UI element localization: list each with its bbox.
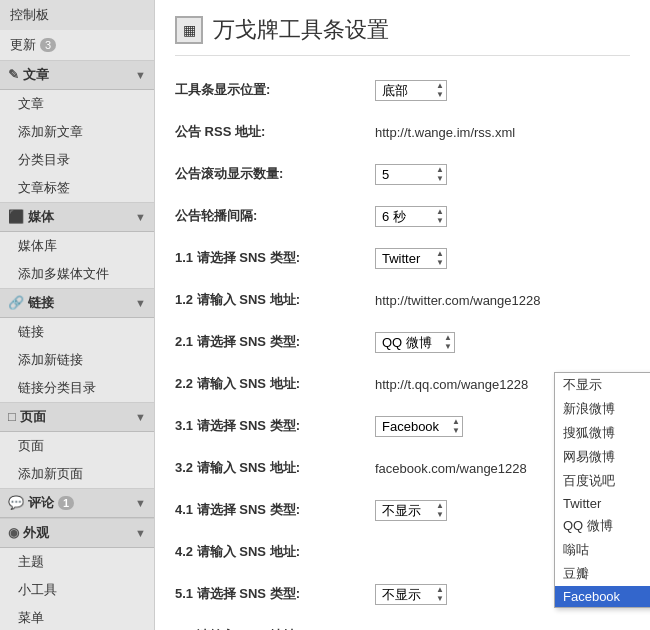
sidebar-item-add-media[interactable]: 添加多媒体文件 bbox=[0, 260, 154, 288]
value-scroll-count: 5 3 10 ▲▼ bbox=[375, 164, 630, 185]
sidebar-item-dashboard[interactable]: 控制板 bbox=[0, 0, 154, 30]
section-arrow-links: ▼ bbox=[135, 297, 146, 309]
select-wrapper-count: 5 3 10 ▲▼ bbox=[375, 164, 447, 185]
sns-3-2-url: facebook.com/wange1228 bbox=[375, 461, 527, 476]
section-header-pages[interactable]: □页面 ▼ bbox=[0, 402, 154, 432]
select-wrapper-sns-3-1: Facebook ▲▼ bbox=[375, 416, 463, 437]
sidebar-item-pages[interactable]: 页面 bbox=[0, 432, 154, 460]
section-title-links: 链接 bbox=[28, 295, 54, 310]
sns-2-2-url: http://t.qq.com/wange1228 bbox=[375, 377, 528, 392]
value-sns-1-2: http://twitter.com/wange1228 bbox=[375, 293, 630, 308]
sidebar-item-add-article[interactable]: 添加新文章 bbox=[0, 118, 154, 146]
sidebar-item-theme[interactable]: 主题 bbox=[0, 548, 154, 576]
title-icon-glyph: ▦ bbox=[183, 22, 196, 38]
value-rss: http://t.wange.im/rss.xml bbox=[375, 125, 630, 140]
form-row-toolbar-position: 工具条显示位置: 底部 顶部 ▲▼ bbox=[175, 76, 630, 104]
label-sns-5-1: 5.1 请选择 SNS 类型: bbox=[175, 585, 375, 603]
sidebar-item-widgets[interactable]: 小工具 bbox=[0, 576, 154, 604]
form-row-sns-1-1: 1.1 请选择 SNS 类型: Twitter ▲▼ bbox=[175, 244, 630, 272]
dropdown-option-sohu[interactable]: 搜狐微博 bbox=[555, 421, 650, 445]
dropdown-option-baidu[interactable]: 百度说吧 bbox=[555, 469, 650, 493]
dropdown-option-facebook[interactable]: Facebook bbox=[555, 586, 650, 607]
section-header-appearance[interactable]: ◉外观 ▼ bbox=[0, 518, 154, 548]
label-sns-1-1: 1.1 请选择 SNS 类型: bbox=[175, 249, 375, 267]
form-row-sns-1-2: 1.2 请输入 SNS 地址: http://twitter.com/wange… bbox=[175, 286, 630, 314]
label-sns-4-2: 4.2 请输入 SNS 地址: bbox=[175, 543, 375, 561]
pages-icon: □ bbox=[8, 409, 16, 424]
main-content: ▦ 万戈牌工具条设置 工具条显示位置: 底部 顶部 ▲▼ 公告 RSS 地址: … bbox=[155, 0, 650, 630]
dropdown-option-wenggu[interactable]: 嗡咕 bbox=[555, 538, 650, 562]
form-row-rss: 公告 RSS 地址: http://t.wange.im/rss.xml bbox=[175, 118, 630, 146]
label-rss: 公告 RSS 地址: bbox=[175, 123, 375, 141]
label-sns-4-1: 4.1 请选择 SNS 类型: bbox=[175, 501, 375, 519]
select-interval[interactable]: 6 秒 3 秒 10 秒 bbox=[376, 207, 446, 226]
dropdown-option-douban[interactable]: 豆瓣 bbox=[555, 562, 650, 586]
dropdown-option-hide[interactable]: 不显示 bbox=[555, 373, 650, 397]
section-arrow-comments: ▼ bbox=[135, 497, 146, 509]
sidebar-item-tags[interactable]: 文章标签 bbox=[0, 174, 154, 202]
article-icon: ✎ bbox=[8, 67, 19, 82]
value-interval: 6 秒 3 秒 10 秒 ▲▼ bbox=[375, 206, 630, 227]
sidebar-item-links[interactable]: 链接 bbox=[0, 318, 154, 346]
select-sns-1-1[interactable]: Twitter bbox=[376, 249, 446, 268]
section-title-appearance: 外观 bbox=[23, 525, 49, 540]
dropdown-option-163[interactable]: 网易微博 bbox=[555, 445, 650, 469]
sidebar-item-link-categories[interactable]: 链接分类目录 bbox=[0, 374, 154, 402]
label-sns-2-2: 2.2 请输入 SNS 地址: bbox=[175, 375, 375, 393]
sidebar: 控制板 更新 3 ✎文章 ▼ 文章 添加新文章 分类目录 文章标签 ⬛媒体 ▼ … bbox=[0, 0, 155, 630]
section-title-articles: 文章 bbox=[23, 67, 49, 82]
media-icon: ⬛ bbox=[8, 209, 24, 224]
select-wrapper-position: 底部 顶部 ▲▼ bbox=[375, 80, 447, 101]
sidebar-item-categories[interactable]: 分类目录 bbox=[0, 146, 154, 174]
select-count[interactable]: 5 3 10 bbox=[376, 165, 446, 184]
section-arrow: ▼ bbox=[135, 69, 146, 81]
select-wrapper-interval: 6 秒 3 秒 10 秒 ▲▼ bbox=[375, 206, 447, 227]
sidebar-item-articles[interactable]: 文章 bbox=[0, 90, 154, 118]
section-title-media: 媒体 bbox=[28, 209, 54, 224]
page-title-container: ▦ 万戈牌工具条设置 bbox=[175, 15, 630, 56]
select-sns-2-1[interactable]: QQ 微博 bbox=[376, 333, 454, 352]
select-wrapper-sns-2-1: QQ 微博 ▲▼ bbox=[375, 332, 455, 353]
sidebar-item-add-link[interactable]: 添加新链接 bbox=[0, 346, 154, 374]
sidebar-item-media-library[interactable]: 媒体库 bbox=[0, 232, 154, 260]
updates-badge: 3 bbox=[40, 38, 56, 52]
comments-icon: 💬 bbox=[8, 495, 24, 510]
select-position[interactable]: 底部 顶部 bbox=[376, 81, 446, 100]
form-row-scroll-count: 公告滚动显示数量: 5 3 10 ▲▼ bbox=[175, 160, 630, 188]
dropdown-option-sina[interactable]: 新浪微博 bbox=[555, 397, 650, 421]
form-row-interval: 公告轮播间隔: 6 秒 3 秒 10 秒 ▲▼ bbox=[175, 202, 630, 230]
appearance-icon: ◉ bbox=[8, 525, 19, 540]
sidebar-item-add-page[interactable]: 添加新页面 bbox=[0, 460, 154, 488]
section-header-links[interactable]: 🔗链接 ▼ bbox=[0, 288, 154, 318]
form-row-sns-5-2: 5.2 请输入 SNS 地址: bbox=[175, 622, 630, 630]
section-arrow-pages: ▼ bbox=[135, 411, 146, 423]
section-header-media[interactable]: ⬛媒体 ▼ bbox=[0, 202, 154, 232]
page-title: 万戈牌工具条设置 bbox=[213, 15, 389, 45]
label-toolbar-position: 工具条显示位置: bbox=[175, 81, 375, 99]
select-wrapper-sns-1-1: Twitter ▲▼ bbox=[375, 248, 447, 269]
label-scroll-count: 公告滚动显示数量: bbox=[175, 165, 375, 183]
updates-label: 更新 bbox=[10, 36, 36, 54]
links-icon: 🔗 bbox=[8, 295, 24, 310]
select-sns-4-1[interactable]: 不显示 bbox=[376, 501, 446, 520]
select-wrapper-sns-5-1: 不显示 ▲▼ bbox=[375, 584, 447, 605]
comments-badge: 1 bbox=[58, 496, 74, 510]
select-sns-3-1[interactable]: Facebook bbox=[376, 417, 462, 436]
section-title-comments: 评论 bbox=[28, 495, 54, 510]
dropdown-option-qq[interactable]: QQ 微博 bbox=[555, 514, 650, 538]
label-sns-3-2: 3.2 请输入 SNS 地址: bbox=[175, 459, 375, 477]
dashboard-label: 控制板 bbox=[10, 6, 49, 24]
sidebar-item-menu[interactable]: 菜单 bbox=[0, 604, 154, 630]
rss-url-text: http://t.wange.im/rss.xml bbox=[375, 125, 515, 140]
select-wrapper-sns-4-1: 不显示 ▲▼ bbox=[375, 500, 447, 521]
sns-1-2-url: http://twitter.com/wange1228 bbox=[375, 293, 540, 308]
value-sns-1-1: Twitter ▲▼ bbox=[375, 248, 630, 269]
label-sns-3-1: 3.1 请选择 SNS 类型: bbox=[175, 417, 375, 435]
label-sns-2-1: 2.1 请选择 SNS 类型: bbox=[175, 333, 375, 351]
select-sns-5-1[interactable]: 不显示 bbox=[376, 585, 446, 604]
form-row-sns-2-1: 2.1 请选择 SNS 类型: QQ 微博 ▲▼ bbox=[175, 328, 630, 356]
section-header-articles[interactable]: ✎文章 ▼ bbox=[0, 60, 154, 90]
sidebar-item-updates[interactable]: 更新 3 bbox=[0, 30, 154, 60]
section-header-comments[interactable]: 💬评论1 ▼ bbox=[0, 488, 154, 518]
dropdown-option-twitter[interactable]: Twitter bbox=[555, 493, 650, 514]
